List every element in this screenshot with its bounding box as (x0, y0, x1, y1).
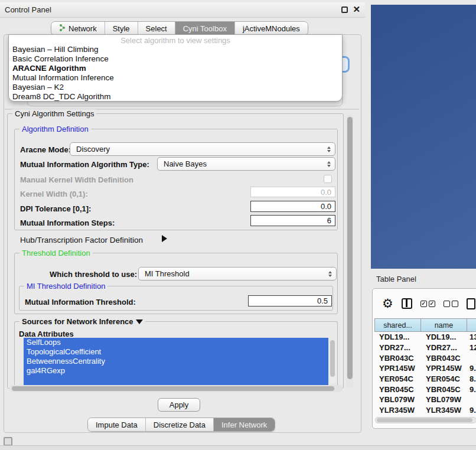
table-row[interactable]: YDR27... YDR27... 12 (374, 343, 476, 353)
tab-jactivemnodules[interactable]: jActiveMNodules (235, 22, 308, 35)
attribute-list-scrollbar[interactable] (330, 339, 335, 384)
select-none-icon[interactable] (444, 301, 458, 307)
dropdown-item[interactable]: Basic Correlation Inference (9, 54, 342, 64)
table-header-row: shared... name (374, 318, 476, 332)
table-horizontal-scrollbar[interactable] (375, 417, 476, 423)
tab-infer-network-label: Infer Network (221, 420, 267, 429)
attribute-item[interactable]: SelfLoops (24, 338, 328, 347)
collapse-arrow-icon[interactable] (136, 319, 143, 324)
tab-network-label: Network (69, 24, 97, 33)
algorithm-dropdown-popup: Select algorithm to view settings Bayesi… (8, 34, 343, 102)
float-window-icon[interactable] (341, 6, 348, 13)
screen: Control Panel ✕ Network Style Select Cyn… (0, 0, 476, 450)
hub-section-label: Hub/Transcription Factor Definition (20, 236, 143, 244)
cell: YDR27... (421, 343, 467, 352)
cell: 13 (467, 332, 476, 341)
cell: 8. (467, 374, 476, 383)
dropdown-item-aracne[interactable]: ARACNE Algorithm (9, 64, 342, 73)
cell: YPR145W (421, 364, 467, 373)
sources-title: Sources for Network Inference (22, 317, 133, 326)
dpi-tolerance-field[interactable]: 0.0 (250, 201, 335, 212)
mi-threshold-field[interactable]: 0.5 (248, 295, 332, 306)
gear-icon[interactable]: ⚙ (382, 298, 393, 309)
attribute-item[interactable]: TopologicalCoefficient (24, 347, 328, 357)
which-threshold-label: Which threshold to use: (50, 270, 137, 279)
combo-arrows-icon (328, 271, 332, 277)
select-all-checked-icon[interactable]: ✓✓ (420, 301, 435, 307)
kernel-width-value: 0.0 (321, 188, 331, 197)
manual-kernel-checkbox[interactable] (324, 175, 332, 183)
table-row[interactable]: YBR043C YBR043C (374, 353, 476, 363)
tab-discretize-data[interactable]: Discretize Data (146, 418, 214, 431)
tab-network[interactable]: Network (51, 22, 105, 35)
tab-infer-network[interactable]: Infer Network (214, 418, 275, 431)
cell: YDR27... (374, 343, 421, 352)
table-row[interactable]: YLR345W YLR345W 9. (374, 405, 476, 416)
table-body: YDL19... YDL19... 13 YDR27... YDR27... 1… (374, 332, 476, 416)
document-icon[interactable] (467, 298, 475, 309)
attribute-table: shared... name YDL19... YDL19... 13 YDR2… (374, 318, 476, 416)
tab-select-label: Select (146, 24, 167, 33)
cell: 9. (467, 364, 476, 373)
cell: YBR045C (374, 385, 421, 394)
threshold-definition-title: Threshold Definition (19, 249, 93, 257)
column-header-shared-name[interactable]: shared... (374, 318, 421, 332)
attribute-item[interactable]: BetweennessCentrality (24, 357, 328, 366)
combo-arrows-icon (327, 146, 331, 152)
settings-vertical-scrollbar[interactable] (346, 115, 353, 387)
tab-impute-data[interactable]: Impute Data (88, 418, 146, 431)
aracne-mode-select[interactable]: Discovery (70, 142, 335, 156)
mi-steps-value: 6 (327, 216, 331, 225)
apply-button[interactable]: Apply (158, 398, 200, 412)
control-panel-titlebar: Control Panel ✕ (0, 2, 365, 18)
data-attributes-list[interactable]: SelfLoops TopologicalCoefficient Between… (24, 338, 328, 385)
column-header-clipped[interactable] (467, 318, 476, 332)
cell: YBL079W (421, 395, 467, 404)
table-row[interactable]: YBL079W YBL079W (374, 394, 476, 405)
network-view-frame: GAL GAL80 GAL10 GAL1 GAL11 SWI4 GAL4 GCY… (371, 5, 476, 269)
expand-arrow-icon[interactable] (162, 235, 167, 242)
close-icon[interactable]: ✕ (353, 6, 360, 13)
tab-discretize-data-label: Discretize Data (154, 420, 206, 429)
table-row[interactable]: YER054C YER054C 8. (374, 374, 476, 384)
which-threshold-value: MI Threshold (145, 269, 190, 278)
columns-icon[interactable] (402, 298, 412, 309)
mi-steps-label: Mutual Information Steps: (20, 219, 115, 227)
tab-cyni-toolbox[interactable]: Cyni Toolbox (175, 22, 235, 35)
cell: YBL079W (374, 395, 421, 404)
dropdown-item[interactable]: Dream8 DC_TDC Algorithm (9, 92, 342, 102)
mi-algorithm-type-select[interactable]: Naive Bayes (157, 157, 335, 171)
table-row[interactable]: YDL19... YDL19... 13 (374, 332, 476, 343)
table-toolbar: ⚙ ✓✓ (373, 289, 476, 318)
dropdown-placeholder: Select algorithm to view settings (9, 35, 342, 45)
mi-algorithm-type-value: Naive Bayes (164, 159, 207, 168)
combo-arrows-icon (327, 161, 331, 167)
cell: YPR145W (374, 364, 421, 373)
aracne-mode-value: Discovery (76, 145, 110, 154)
dropdown-item[interactable]: Bayesian – K2 (9, 83, 342, 92)
mi-steps-field[interactable]: 6 (250, 215, 335, 226)
control-panel-title: Control Panel (0, 5, 51, 14)
table-row[interactable]: YPR145W YPR145W 9. (374, 363, 476, 374)
table-row[interactable]: YIL053C YIL053C 9 (374, 416, 476, 416)
which-threshold-select[interactable]: MI Threshold (138, 267, 337, 281)
dropdown-item[interactable]: Mutual Information Inference (9, 73, 342, 83)
kernel-width-field[interactable]: 0.0 (250, 187, 335, 197)
cell: YLR345W (374, 406, 421, 415)
attribute-item[interactable]: gal4RGexp (24, 366, 328, 376)
tab-select[interactable]: Select (138, 22, 175, 35)
mi-algorithm-type-label: Mutual Information Algorithm Type: (20, 160, 149, 169)
dpi-tolerance-value: 0.0 (321, 202, 331, 211)
mi-threshold-value: 0.5 (317, 296, 328, 305)
mi-threshold-definition-title: MI Threshold Definition (24, 282, 107, 291)
status-strip (0, 445, 476, 450)
dropdown-item[interactable]: Bayesian – Hill Climbing (9, 45, 342, 54)
mi-threshold-label: Mutual Information Threshold: (25, 298, 136, 306)
collapsed-panel-icon[interactable] (4, 437, 12, 446)
algorithm-definition-title: Algorithm Definition (19, 125, 91, 133)
table-row[interactable]: YBR045C YBR045C 9. (374, 384, 476, 394)
column-header-name[interactable]: name (421, 318, 467, 332)
tab-style[interactable]: Style (105, 22, 138, 35)
cell: YER054C (374, 374, 421, 383)
settings-horizontal-scrollbar[interactable] (9, 385, 343, 392)
